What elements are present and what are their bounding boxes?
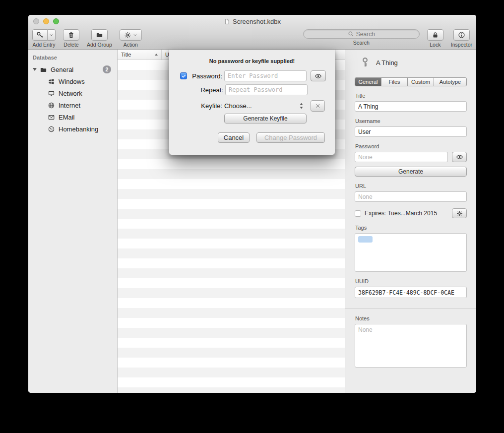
delete-label: Delete: [63, 42, 78, 48]
clear-keyfile-button[interactable]: [311, 100, 325, 112]
password-sheet: No password or keyfile supplied! Passwor…: [169, 50, 335, 155]
add-entry-group: Add Entry: [32, 29, 56, 48]
password-input[interactable]: [224, 70, 307, 81]
action-label: Action: [124, 42, 138, 48]
keyfile-value: Choose...: [224, 102, 252, 110]
key-icon: [36, 31, 44, 39]
tab-autotype[interactable]: Autotype: [434, 78, 466, 86]
generate-button[interactable]: Generate: [355, 167, 467, 177]
titlebar[interactable]: Screenshot.kdbx: [28, 15, 476, 28]
entry-title: A Thing: [376, 59, 398, 66]
sidebar-item-internet[interactable]: Internet: [28, 99, 117, 111]
uuid-label: UUID: [355, 278, 467, 284]
divider: [345, 309, 476, 309]
reveal-password-button[interactable]: [311, 70, 326, 81]
keyfile-popup[interactable]: Choose...: [224, 102, 307, 110]
sidebar-item-homebanking[interactable]: Homebanking: [28, 123, 117, 135]
repeat-label: Repeat:: [189, 86, 223, 94]
tags-label: Tags: [355, 225, 467, 231]
sidebar-item-label: Windows: [59, 78, 85, 85]
reveal-password-button[interactable]: [452, 152, 467, 162]
generate-keyfile-button[interactable]: Generate Keyfile: [224, 114, 307, 124]
username-field[interactable]: [355, 126, 467, 137]
title-field[interactable]: [355, 101, 467, 112]
disclosure-triangle-icon[interactable]: [33, 68, 37, 71]
coin-icon: [48, 125, 55, 133]
tab-custom[interactable]: Custom: [408, 78, 434, 86]
add-entry-split-button: [32, 29, 56, 41]
app-window: Screenshot.kdbx Add Entry: [28, 15, 476, 393]
sidebar-item-windows[interactable]: Windows: [28, 75, 117, 87]
notes-label: Notes: [355, 315, 467, 321]
tag-chip[interactable]: [358, 236, 373, 243]
search-group: Search Search: [303, 29, 420, 46]
globe-icon: [48, 102, 55, 109]
windows-icon: [48, 78, 55, 85]
notes-area[interactable]: [355, 324, 467, 368]
expires-checkbox[interactable]: [355, 210, 361, 217]
inspector-button[interactable]: [453, 29, 470, 41]
keyfile-label: Keyfile:: [180, 102, 222, 110]
expires-settings-button[interactable]: [452, 208, 467, 218]
sheet-buttons: Cancel Change Password: [169, 132, 335, 143]
add-entry-button[interactable]: [32, 29, 48, 41]
toolbar: Add Entry Delete Add Group: [28, 28, 476, 50]
lock-button[interactable]: [427, 29, 443, 41]
change-password-button[interactable]: Change Password: [256, 132, 325, 143]
envelope-icon: [48, 114, 55, 121]
close-x-icon: [315, 103, 321, 109]
sidebar-item-general[interactable]: General 2: [28, 63, 117, 75]
add-entry-dropdown-button[interactable]: [48, 29, 56, 41]
gear-icon: [124, 31, 131, 39]
tags-box[interactable]: [355, 233, 467, 272]
lock-label: Lock: [430, 42, 441, 48]
lock-group: Lock: [427, 29, 443, 48]
screen: Screenshot.kdbx Add Entry: [0, 0, 504, 433]
action-group: Action: [120, 29, 142, 48]
tab-general[interactable]: General: [355, 78, 381, 86]
search-input[interactable]: Search: [303, 29, 420, 39]
password-label: Password:: [188, 72, 222, 80]
password-checkbox[interactable]: [180, 72, 187, 79]
sidebar-header: Database: [28, 53, 117, 63]
add-entry-label: Add Entry: [32, 42, 55, 48]
repeat-input[interactable]: [225, 84, 308, 95]
cancel-button[interactable]: Cancel: [218, 132, 250, 143]
sidebar-item-label: Network: [59, 90, 82, 97]
key-icon: [360, 57, 371, 68]
expires-row: Expires: Tues...March 2015: [355, 208, 467, 218]
monitor-icon: [48, 90, 55, 97]
password-field[interactable]: [355, 152, 448, 162]
url-label: URL: [355, 183, 467, 189]
password-label: Password: [355, 143, 467, 149]
delete-group: Delete: [63, 29, 79, 48]
column-header-title[interactable]: Title: [118, 50, 162, 60]
expires-label: Expires: Tues...March 2015: [365, 210, 448, 217]
chevron-down-icon: [49, 33, 54, 37]
add-group-button[interactable]: [91, 29, 108, 41]
stepper-icon: [299, 102, 304, 110]
sidebar-item-network[interactable]: Network: [28, 87, 117, 99]
sidebar-item-label: General: [51, 66, 73, 73]
sidebar-item-label: Homebanking: [59, 125, 98, 133]
search-label: Search: [353, 40, 370, 46]
delete-button[interactable]: [63, 29, 79, 41]
folder-icon: [40, 66, 47, 73]
sidebar-item-label: EMail: [59, 114, 75, 121]
check-icon: [181, 73, 187, 79]
info-icon: [458, 31, 465, 39]
repeat-row: Repeat:: [169, 84, 335, 95]
add-group-label: Add Group: [87, 42, 112, 48]
url-field[interactable]: [355, 191, 467, 202]
sidebar-item-email[interactable]: EMail: [28, 111, 117, 123]
inspector-tabs: General Files Custom Autotype: [355, 77, 467, 86]
uuid-field[interactable]: [355, 287, 467, 298]
tab-files[interactable]: Files: [381, 78, 408, 86]
inspector-panel: A Thing General Files Custom Autotype Ti…: [345, 50, 476, 393]
add-group-group: Add Group: [87, 29, 112, 48]
action-button[interactable]: [120, 29, 142, 41]
keyfile-row: Keyfile: Choose...: [169, 100, 335, 112]
search-placeholder: Search: [356, 31, 375, 38]
username-label: Username: [355, 118, 467, 124]
entry-header: A Thing: [355, 50, 467, 68]
